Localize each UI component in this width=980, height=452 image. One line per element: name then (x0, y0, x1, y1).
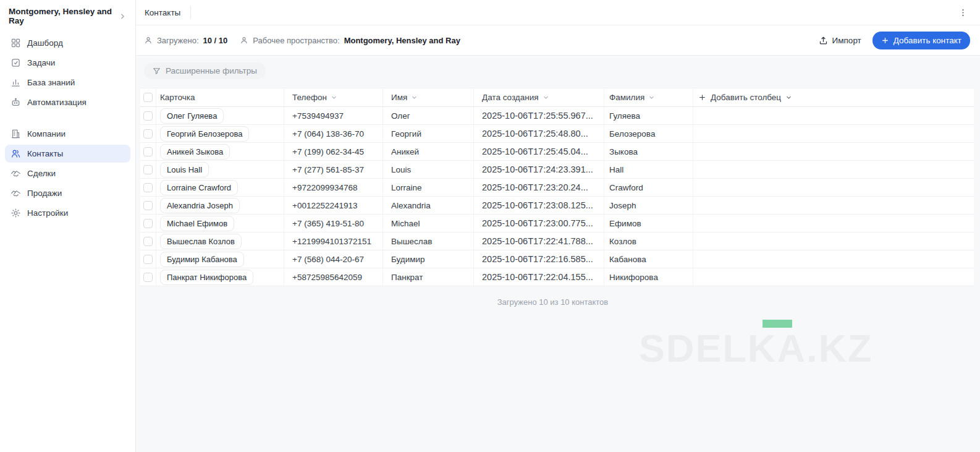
first-name-cell[interactable]: Lorraine (383, 179, 474, 196)
kebab-menu-icon[interactable] (956, 6, 970, 20)
nav-section-gap (0, 113, 135, 123)
sidebar-item-1[interactable]: Задачи (5, 54, 130, 72)
last-name-cell[interactable]: Joseph (604, 197, 693, 214)
phone-cell[interactable]: +0012252241913 (284, 197, 383, 214)
row-checkbox[interactable] (143, 129, 153, 139)
created-cell[interactable]: 2025-10-06T17:22:04.155... (474, 268, 604, 286)
empty-cell (693, 125, 974, 142)
column-header-last_name[interactable]: Фамилия (604, 88, 693, 106)
phone-cell[interactable]: +7 (365) 419-51-80 (284, 215, 383, 232)
sidebar-item-2[interactable]: База знаний (5, 74, 130, 92)
sidebar-item-0[interactable]: Дашборд (5, 34, 130, 52)
row-checkbox[interactable] (143, 273, 153, 282)
created-cell[interactable]: 2025-10-06T17:23:00.775... (474, 215, 604, 232)
sidebar-item-4[interactable]: Компании (5, 125, 130, 143)
created-cell[interactable]: 2025-10-06T17:23:20.24... (474, 179, 604, 196)
select-all-checkbox[interactable] (143, 93, 153, 102)
contact-card-chip[interactable]: Michael Ефимов (160, 216, 234, 231)
created-cell[interactable]: 2025-10-06T17:25:45.04... (474, 143, 604, 160)
sidebar-item-5[interactable]: Контакты (5, 145, 130, 163)
created-cell[interactable]: 2025-10-06T17:23:08.125... (474, 197, 604, 214)
contact-card-chip[interactable]: Георгий Белозерова (160, 126, 249, 142)
phone-value: +7 (568) 044-20-67 (292, 255, 364, 264)
phone-cell[interactable]: +7 (277) 561-85-37 (284, 161, 383, 178)
first-name-cell[interactable]: Олег (383, 107, 474, 124)
contact-card-chip[interactable]: Панкрат Никифорова (160, 270, 253, 285)
row-checkbox[interactable] (143, 255, 153, 264)
first-name-cell[interactable]: Michael (383, 215, 474, 232)
sidebar-item-6[interactable]: Сделки (5, 164, 130, 182)
loaded-summary: Загружено 10 из 10 контактов (136, 297, 969, 307)
phone-cell[interactable]: +7 (064) 138-36-70 (284, 125, 383, 142)
plus-icon (881, 36, 889, 45)
phone-cell[interactable]: +58725985642059 (284, 268, 383, 286)
created-cell[interactable]: 2025-10-06T17:22:41.788... (474, 232, 604, 250)
workspace-switcher[interactable]: Montgomery, Hensley and Ray (0, 0, 135, 32)
phone-cell[interactable]: +1219994101372151 (284, 232, 383, 250)
row-checkbox[interactable] (143, 219, 153, 228)
last-name-cell[interactable]: Ефимов (604, 215, 693, 232)
table-row: Георгий Белозерова+7 (064) 138-36-70Геор… (140, 125, 974, 143)
row-checkbox[interactable] (143, 147, 153, 156)
column-header-created[interactable]: Дата создания (474, 88, 604, 106)
first-name-cell[interactable]: Вышеслав (383, 232, 474, 250)
sort-chevron-icon[interactable] (543, 94, 549, 101)
last-name-cell[interactable]: Hall (604, 161, 693, 178)
last-name-cell[interactable]: Козлов (604, 232, 693, 250)
sort-chevron-icon[interactable] (648, 94, 655, 101)
first-name-cell[interactable]: Будимир (383, 250, 474, 268)
first-name-cell[interactable]: Георгий (383, 125, 474, 142)
add-column-button[interactable]: Добавить столбец (698, 93, 792, 102)
last-name-cell[interactable]: Гуляева (604, 107, 693, 124)
sort-chevron-icon[interactable] (411, 94, 418, 101)
last-name-cell[interactable]: Белозерова (604, 125, 693, 142)
loaded-counter: Загружено: 10 / 10 (144, 36, 227, 45)
advanced-filters-button[interactable]: Расширенные фильтры (144, 62, 266, 79)
column-header-first_name[interactable]: Имя (383, 88, 474, 106)
sidebar-item-8[interactable]: Настройки (5, 204, 130, 222)
created-value: 2025-10-06T17:25:45.04... (482, 147, 588, 156)
first-name-cell[interactable]: Панкрат (383, 268, 474, 286)
sidebar-item-7[interactable]: Продажи (5, 184, 130, 202)
last-name-cell[interactable]: Никифорова (604, 268, 693, 286)
chevron-right-icon (119, 12, 127, 20)
created-cell[interactable]: 2025-10-06T17:22:16.585... (474, 250, 604, 268)
tab-contacts[interactable]: Контакты (143, 6, 182, 20)
row-checkbox[interactable] (143, 111, 153, 121)
row-checkbox[interactable] (143, 165, 153, 174)
phone-cell[interactable]: +7539494937 (284, 107, 383, 124)
row-checkbox[interactable] (143, 237, 153, 246)
contact-card-chip[interactable]: Вышеслав Козлов (160, 234, 242, 249)
row-checkbox-cell (140, 232, 156, 250)
last-name-cell[interactable]: Кабанова (604, 250, 693, 268)
users-icon (11, 148, 21, 159)
contact-card-chip[interactable]: Alexandria Joseph (160, 198, 240, 213)
contact-card-chip[interactable]: Аникей Зыкова (160, 144, 230, 160)
funnel-icon (153, 67, 161, 75)
contact-card-chip[interactable]: Будимир Кабанова (160, 252, 244, 267)
add-contact-button[interactable]: Добавить контакт (872, 32, 970, 49)
created-cell[interactable]: 2025-10-06T17:25:55.967... (474, 107, 604, 124)
phone-cell[interactable]: +7 (199) 062-34-45 (284, 143, 383, 160)
sidebar-item-3[interactable]: Автоматизация (5, 93, 130, 111)
row-checkbox[interactable] (143, 201, 153, 210)
import-button[interactable]: Импорт (819, 36, 861, 45)
card-cell: Alexandria Joseph (156, 197, 284, 214)
row-checkbox-cell (140, 268, 156, 286)
column-header-phone[interactable]: Телефон (284, 88, 383, 106)
row-checkbox[interactable] (143, 183, 153, 192)
contact-card-chip[interactable]: Lorraine Crawford (160, 180, 238, 195)
contact-card-chip[interactable]: Олег Гуляева (160, 108, 224, 124)
sort-chevron-icon[interactable] (331, 94, 337, 101)
first-name-cell[interactable]: Аникей (383, 143, 474, 160)
last-name-cell[interactable]: Crawford (604, 179, 693, 196)
created-cell[interactable]: 2025-10-06T17:24:23.391... (474, 161, 604, 178)
last-name-cell[interactable]: Зыкова (604, 143, 693, 160)
first-name-cell[interactable]: Alexandria (383, 197, 474, 214)
sidebar: Montgomery, Hensley and Ray ДашбордЗадач… (0, 0, 136, 452)
contact-card-chip[interactable]: Louis Hall (160, 162, 209, 177)
first-name-cell[interactable]: Louis (383, 161, 474, 178)
phone-cell[interactable]: +9722099934768 (284, 179, 383, 196)
created-cell[interactable]: 2025-10-06T17:25:48.80... (474, 125, 604, 142)
phone-cell[interactable]: +7 (568) 044-20-67 (284, 250, 383, 268)
